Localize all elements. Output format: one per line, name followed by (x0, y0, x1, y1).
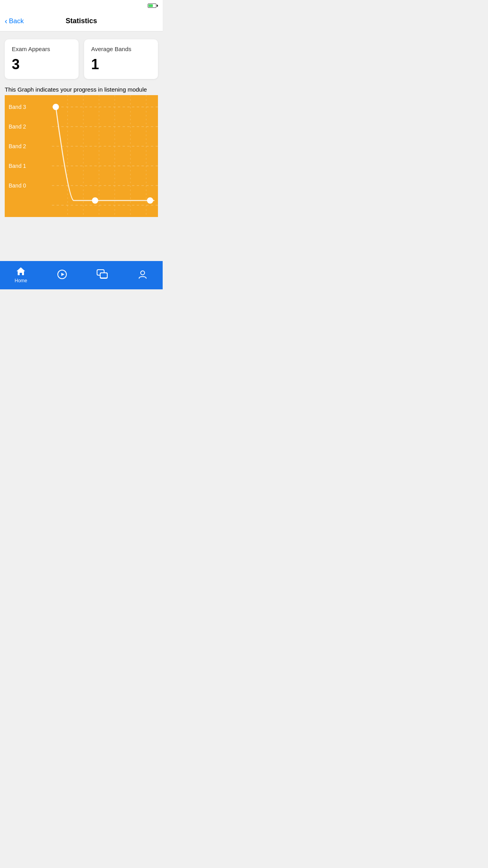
chat-icon (97, 269, 108, 280)
back-chevron-icon: ‹ (5, 17, 7, 26)
average-bands-value: 1 (91, 56, 151, 73)
exam-appears-value: 3 (12, 56, 72, 73)
battery-icon (148, 3, 158, 8)
svg-point-20 (147, 198, 153, 203)
tab-chat[interactable] (97, 269, 108, 280)
svg-text:Band 2: Band 2 (9, 123, 26, 130)
play-icon (57, 269, 68, 280)
svg-rect-0 (5, 95, 158, 217)
average-bands-label: Average Bands (91, 46, 151, 52)
svg-point-18 (53, 104, 59, 110)
tab-profile[interactable] (137, 269, 148, 280)
back-label: Back (9, 17, 24, 25)
stats-cards-row: Exam Appears 3 Average Bands 1 (5, 39, 158, 79)
nav-bar: ‹ Back Statistics (0, 11, 163, 31)
chart-svg: Band 3 Band 2 Band 2 Band 1 Band 0 (5, 95, 158, 217)
exam-appears-card: Exam Appears 3 (5, 39, 79, 79)
svg-rect-25 (101, 273, 107, 278)
home-tab-label: Home (15, 278, 27, 283)
svg-point-27 (141, 271, 145, 275)
svg-marker-22 (61, 273, 64, 276)
home-icon (15, 266, 26, 277)
svg-text:Band 3: Band 3 (9, 104, 26, 110)
average-bands-card: Average Bands 1 (84, 39, 158, 79)
status-bar (0, 0, 163, 11)
svg-text:Band 0: Band 0 (9, 182, 26, 189)
svg-text:Band 1: Band 1 (9, 163, 26, 169)
main-content: Exam Appears 3 Average Bands 1 This Grap… (0, 31, 163, 261)
back-button[interactable]: ‹ Back (5, 17, 24, 26)
page-title: Statistics (66, 17, 97, 25)
svg-text:Band 2: Band 2 (9, 143, 26, 149)
tab-bar: Home (0, 261, 163, 289)
tab-play[interactable] (57, 269, 68, 280)
graph-description: This Graph indicates your progress in li… (5, 86, 158, 93)
tab-home[interactable]: Home (15, 266, 27, 283)
svg-point-19 (92, 198, 98, 203)
exam-appears-label: Exam Appears (12, 46, 72, 52)
profile-icon (137, 269, 148, 280)
progress-chart: Band 3 Band 2 Band 2 Band 1 Band 0 (5, 95, 158, 217)
